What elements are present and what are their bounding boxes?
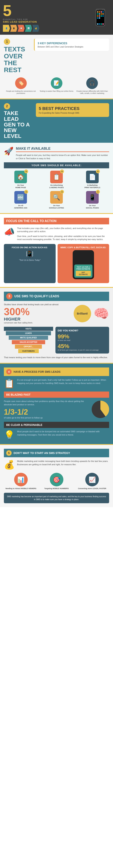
tip1-icon3-label: People interact differently with SMS tha… xyxy=(75,90,109,95)
process-title: HAVE A PROCESS FOR SMS LEADS xyxy=(13,370,61,373)
plus-badge-3: + xyxy=(96,169,100,174)
qualify-text-block: Studies have shown that texting leads ca… xyxy=(4,303,71,324)
dyk-stat1-label: of texts are read xyxy=(58,339,107,341)
bottom-icon-3-label: Converting more LEADS, FASTER xyxy=(75,488,109,490)
funnel-step-4: SALES ACCEPTED xyxy=(12,340,45,344)
plus-badge-2: + xyxy=(60,169,64,174)
stat-number: 300% xyxy=(4,307,71,317)
qualify-num-badge: 3 xyxy=(6,293,12,300)
brain-icon: 🧠 xyxy=(93,306,109,321)
footer-text: SMS marketing has become an important pa… xyxy=(4,493,109,503)
tip1-icon2-label: Texting is easier than filling out onlin… xyxy=(40,90,74,93)
sms-location-3: 📄 + In MarketingPRINT MATERIALS xyxy=(76,170,109,189)
sms-loc-label-3: In MarketingPRINT MATERIALS xyxy=(76,184,109,189)
tip1-title-block: 1 TEXTS OVER THE REST xyxy=(4,39,31,73)
tactic1-example: "Text Us to Demo Today" xyxy=(6,259,53,261)
be-clear-bar: BE CLEAR & PERSONABLE xyxy=(4,422,109,428)
cta-icon: 📣 xyxy=(4,227,15,237)
header-phone-icon: 📱 xyxy=(91,8,110,27)
dw-num-badge: 5 xyxy=(6,450,12,456)
header: 5 ESSENTIAL TIPS FOR SMS LEAD GENERATION… xyxy=(0,0,113,35)
headphones-icon: 🎧 xyxy=(86,78,98,89)
process-num-badge: 4 xyxy=(6,369,12,374)
tip2-title-block: 2 TAKE LEAD GEN TO A NEW LEVEL xyxy=(4,103,33,139)
fraction-label: of sales go to the first person to follo… xyxy=(4,416,89,419)
social-icon: 📱 + xyxy=(86,191,99,204)
home-icon: 🏠 + xyxy=(14,170,27,183)
arrow2: 📱 xyxy=(10,25,17,32)
clear-para: Most people don't want to be dumped into… xyxy=(17,430,109,436)
bp-text: For Expediting the Sales Process through… xyxy=(39,112,106,114)
make-available-para: People will want to text you, but they n… xyxy=(16,154,109,160)
dont-wait-section: 5 DON'T WAIT TO START AN SMS STRATEGY 💰 … xyxy=(0,445,113,507)
blazing-para: People care more about solving their pro… xyxy=(4,400,89,406)
make-available-content: MAKE IT AVAILABLE People will want to te… xyxy=(16,147,109,160)
be-blazing-bar: BE BLAZING FAST xyxy=(4,392,109,398)
funnel-step-3: MKTG QUALIFIED xyxy=(9,336,48,340)
stat-sub: conversion rate than calling them. xyxy=(4,322,71,324)
tip1-section: 1 TEXTS OVER THE REST 3 KEY DIFFERENCES … xyxy=(0,35,113,98)
bottom-icon-2-label: Targeting MOBILE NUMBERS xyxy=(40,488,74,490)
sms-location-2: 📋 + On AdvertisingLANDING PAGES xyxy=(40,170,73,189)
tip1-differences-box: 3 KEY DIFFERENCES Between SMS and Other … xyxy=(34,39,109,51)
bottom-icon-3: 📈 Converting more LEADS, FASTER xyxy=(75,473,109,490)
studies-text: Studies have shown that texting leads ca… xyxy=(4,303,71,306)
bottom-icons-row: 📊 Needing to Attract MOBILE VIEWERS 🎯 Ta… xyxy=(4,473,109,490)
texting-icon: 📝 xyxy=(51,78,63,89)
get-estimate-btn[interactable]: GET ESTIMATE xyxy=(76,271,91,276)
funnel-step-1: VISITS xyxy=(4,327,53,331)
tip2-title: TAKE LEAD GEN TO A NEW LEVEL xyxy=(4,110,33,139)
google-icon: 🔍 + xyxy=(50,191,63,204)
dw-icon: 💰 xyxy=(4,460,15,470)
print-icon: 📄 + xyxy=(86,170,99,183)
header-essential: ESSENTIAL TIPS FOR xyxy=(3,19,39,20)
header-arrows: 👤 📱 💬 📊 💰 xyxy=(3,25,39,32)
tip1-title: TEXTS OVER THE REST xyxy=(4,46,31,73)
funnel-step-2: LEADS xyxy=(6,331,51,335)
adwords-icon: 🔤 + xyxy=(14,191,27,204)
bottom-icon-2: 🎯 Targeting MOBILE NUMBERS xyxy=(40,473,74,490)
funnel-step-5: OPPORT... xyxy=(15,345,42,349)
make-available-title: MAKE IT AVAILABLE xyxy=(16,147,109,152)
fraction-text: 1/3-1/2 xyxy=(4,408,89,416)
process-header-bar: 4 HAVE A PROCESS FOR SMS LEADS xyxy=(4,368,109,376)
sms-loc-label-6: On YourSOCIAL PAGES xyxy=(76,205,109,209)
funnel: VISITS LEADS MKTG QUALIFIED SALES ACCEPT… xyxy=(4,327,53,353)
plus-badge-6: + xyxy=(96,190,100,194)
process-icon: 📋 xyxy=(4,378,15,389)
brilliant-badge: Brilliant! xyxy=(74,305,91,322)
tactics-row: FOCUS ON ONE ACTION SUCH AS: 📳 "Text Us … xyxy=(4,244,109,283)
tactic1-icon: 📳 xyxy=(6,250,53,257)
plus-badge-5: + xyxy=(60,190,64,194)
sms-loc-label-4: On AllADWORDS ADS xyxy=(4,205,37,209)
qualify-stats-row: Studies have shown that texting leads ca… xyxy=(4,303,109,324)
bp-number: 5 BEST PRACTICES xyxy=(39,106,106,111)
tip2-section: 2 TAKE LEAD GEN TO A NEW LEVEL 5 BEST PR… xyxy=(0,99,113,143)
promotion-icon: 🏷️ xyxy=(15,78,27,89)
funnel-step-6: CUSTOMERS xyxy=(18,349,39,353)
sms-location-6: 📱 + On YourSOCIAL PAGES xyxy=(76,191,109,209)
tip1-diff-title: 3 KEY DIFFERENCES xyxy=(38,41,106,45)
sms-location-5: 🔍 + On YourGOOGLE LISTING xyxy=(40,191,73,209)
phone-mockup: TEXT US FOR A FREE ESTIMATE GET ESTIMATE xyxy=(73,250,94,279)
sms-cta-text: TEXT US FOR A FREE ESTIMATE xyxy=(76,266,91,270)
qualify-section: 3 USE SMS TO QUALIFY LEADS Studies have … xyxy=(0,288,113,363)
header-title-block: 5 ESSENTIAL TIPS FOR SMS LEAD GENERATION… xyxy=(3,3,39,32)
sms-location-4: 🔤 + On AllADWORDS ADS xyxy=(4,191,37,209)
sms-should-be-banner: YOUR SMS SHOULD BE AVAILABLE: xyxy=(4,162,109,168)
phone-screen: TEXT US FOR A FREE ESTIMATE GET ESTIMATE xyxy=(74,265,92,278)
plus-badge-4: + xyxy=(24,190,28,194)
dyk-stat2-label: of all texts get responses, in just 4½ s… xyxy=(58,349,107,351)
make-available-section: 🚀 MAKE IT AVAILABLE People will want to … xyxy=(0,143,113,213)
qualify-title: USE SMS TO QUALIFY LEADS xyxy=(14,294,59,298)
tip2-number-badge: 2 xyxy=(4,103,10,110)
dw-title: DON'T WAIT TO START AN SMS STRATEGY xyxy=(13,452,70,455)
arrow3: 💬 xyxy=(17,25,25,32)
sms-location-1: 🏠 + On YourHOME PAGE xyxy=(4,170,37,189)
cta-header-bar: FOCUS ON THE CALL TO ACTION xyxy=(4,218,109,224)
arrow1: 👤 xyxy=(3,25,10,32)
dyk-stat2: 45% xyxy=(58,343,107,349)
header-tips: SMS LEAD GENERATION xyxy=(3,20,39,23)
dyk-title: DID YOU KNOW? xyxy=(58,329,107,332)
sms-loc-label-2: On AdvertisingLANDING PAGES xyxy=(40,184,73,189)
